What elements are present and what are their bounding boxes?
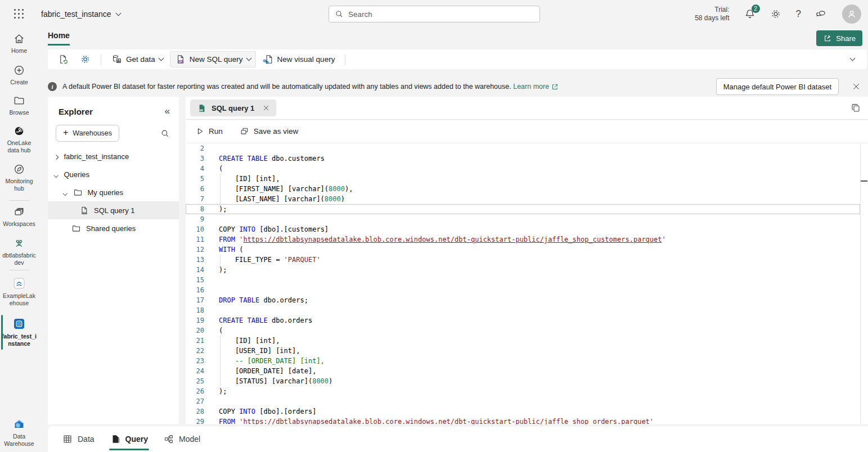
help-button[interactable]: ? [796,8,801,20]
notifications-button[interactable]: 2 [744,8,755,20]
query-toolbar: Get data SQL New SQL query New visual qu… [48,49,867,69]
code-line[interactable]: 11FROM 'https://dbtlabsynapsedatalake.bl… [186,234,860,245]
plus-icon: + [63,128,68,138]
run-button[interactable]: Run [196,127,223,135]
tree-item-queries[interactable]: Queries [48,165,179,183]
sql-editor[interactable]: 23CREATE TABLE dbo.customers4(5 [ID] [in… [186,143,868,424]
add-warehouses-button[interactable]: + Warehouses [56,125,119,142]
tab-data[interactable]: Data [56,426,101,452]
banner-close-icon[interactable] [852,83,860,91]
query-tab-bar: SQL SQL query 1 [186,97,868,120]
line-number: 16 [186,285,204,295]
toolbar-expand-chevron-icon[interactable] [850,56,856,61]
line-number: 3 [186,153,204,164]
editor-scrollbar[interactable] [860,143,868,424]
settings-toolbar-button[interactable] [75,52,95,67]
tree-item-sql-query-1[interactable]: SQL SQL query 1 [48,201,179,219]
code-line[interactable]: 21 [ID] [int], [186,336,860,346]
app-launcher-icon[interactable] [14,9,24,19]
code-line[interactable]: 3CREATE TABLE dbo.customers [186,153,860,164]
code-line[interactable]: 4( [186,164,860,174]
code-line[interactable]: 8); [186,204,860,214]
code-line[interactable]: 13 FILE_TYPE = 'PARQUET' [186,255,860,265]
code-line[interactable]: 17DROP TABLE dbo.orders; [186,295,860,305]
tab-model[interactable]: Model [157,426,207,452]
code-line[interactable]: 7 [LAST_NAME] [varchar](8000) [186,194,860,204]
code-line[interactable]: 19CREATE TABLE dbo.orders [186,315,860,326]
code-line[interactable]: 14); [186,265,860,275]
new-visual-query-button[interactable]: New visual query [258,52,340,67]
copy-icon[interactable] [851,103,861,113]
nav-browse[interactable]: Browse [0,94,38,116]
code-line[interactable]: 20( [186,326,860,336]
lakehouse-icon [12,277,26,290]
bottom-view-switcher: Data Query Model [48,426,868,452]
database-icon [111,54,122,65]
nav-monitoring-hub[interactable]: Monitoring hub [0,163,38,192]
tree-item-shared-queries[interactable]: Shared queries [48,219,179,237]
line-number: 18 [186,305,204,315]
line-number: 24 [186,366,204,376]
code-line[interactable]: 6 [FIRST_NAME] [varchar](8000), [186,184,860,194]
tab-sql-query-1[interactable]: SQL SQL query 1 [190,100,276,116]
workspace-title-dropdown[interactable]: fabric_test_instance [41,10,120,19]
code-line[interactable]: 24 [ORDER_DATE] [date], [186,366,860,376]
manage-dataset-button[interactable]: Manage default Power BI dataset [716,78,839,95]
nav-data-warehouse[interactable]: Data Warehouse [0,417,38,448]
nav-onelake-data-hub[interactable]: OneLake data hub [0,125,38,154]
code-line[interactable]: 23 -- [ORDER_DATE] [int], [186,356,860,366]
code-line[interactable]: 29FROM 'https://dbtlabsynapsedatalake.bl… [186,417,860,424]
tab-close-icon[interactable] [263,105,269,111]
collapse-panel-icon[interactable]: « [165,106,170,117]
tree-item-my-queries[interactable]: My queries [48,183,179,201]
new-sql-query-button[interactable]: SQL New SQL query [170,51,256,67]
learn-more-link[interactable]: Learn more [513,83,559,91]
refresh-button[interactable] [53,52,73,67]
code-line[interactable]: 5 [ID] [int], [186,174,860,184]
info-icon: i [48,82,57,91]
nav-item-examplelakehouse[interactable]: ExampleLakehouse [0,277,38,307]
tab-home[interactable]: Home [48,31,70,46]
folder-icon [73,188,83,197]
code-line[interactable]: 12WITH ( [186,245,860,255]
sql-file-icon: SQL [175,54,186,65]
share-button[interactable]: Share [816,30,862,46]
tree-item-warehouse[interactable]: fabric_test_instance [48,147,179,165]
code-line[interactable]: 28COPY INTO [dbo].[orders] [186,406,860,417]
person-icon [846,8,857,20]
code-line[interactable]: 16 [186,285,860,295]
code-line[interactable]: 9 [186,214,860,224]
line-number: 19 [186,315,204,326]
refresh-page-icon [58,54,69,65]
code-line[interactable]: 27 [186,396,860,406]
save-as-view-button[interactable]: Save as view [240,126,299,136]
tab-query[interactable]: Query [104,426,155,452]
nav-workspace-dbtlabsfabricdev[interactable]: dbtlabsfabricdev [0,237,38,266]
home-icon [13,33,25,45]
settings-button[interactable] [770,8,781,20]
code-line[interactable]: 25 [STATUS] [varchar](8000) [186,376,860,386]
code-line[interactable]: 15 [186,275,860,285]
code-line[interactable]: 22 [USER_ID] [int], [186,346,860,356]
code-line[interactable]: 2 [186,143,860,153]
code-line[interactable]: 18 [186,305,860,315]
line-number: 6 [186,184,204,194]
get-data-button[interactable]: Get data [107,52,168,67]
line-number: 14 [186,265,204,275]
code-line[interactable]: 26); [186,386,860,396]
avatar[interactable] [842,4,861,24]
people-icon [13,237,25,250]
code-line[interactable]: 10COPY INTO [dbo].[customers] [186,224,860,234]
nav-workspaces[interactable]: Workspaces [0,206,38,228]
explorer-tree: fabric_test_instance Queries My queries … [48,147,179,237]
svg-text:SQL: SQL [82,211,87,214]
nav-home[interactable]: Home [0,33,38,55]
nav-item-fabric-test-instance[interactable]: fabric_test_instance [0,317,38,347]
table-grid-icon [62,434,73,444]
model-diagram-icon [164,434,174,444]
nav-create[interactable]: Create [0,64,38,86]
search-input[interactable]: Search [329,6,540,22]
explorer-search-icon[interactable] [160,129,170,138]
feedback-button[interactable] [816,8,827,20]
folder-icon [13,94,25,107]
